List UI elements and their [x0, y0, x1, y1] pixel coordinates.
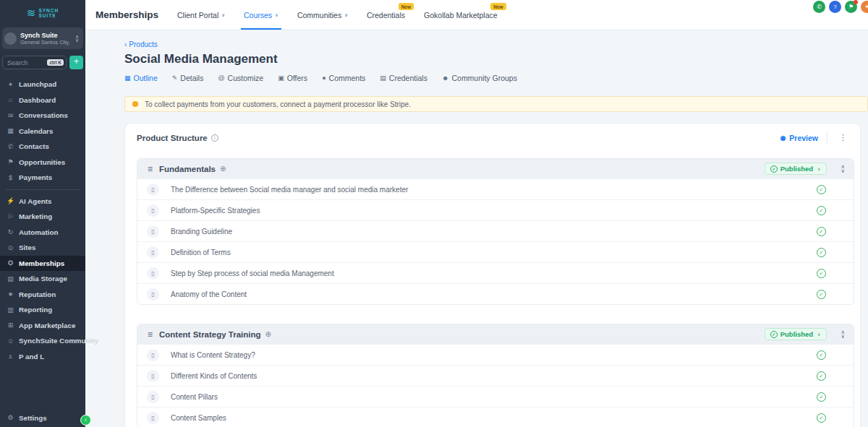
search-placeholder: Search [7, 59, 28, 66]
lesson-row[interactable]: ▯ Content Pillars ✓ [137, 386, 854, 407]
back-chevron-icon: ‹ [124, 40, 127, 48]
kebab-menu-button[interactable]: ⋮ [836, 133, 850, 142]
memberships-icon: ✪ [7, 259, 14, 267]
document-icon: ▯ [147, 370, 159, 382]
ai-agents-icon: ⚡ [7, 197, 14, 204]
card-title: Product Structure [137, 134, 208, 142]
document-icon: ▯ [147, 349, 159, 361]
document-icon: ▯ [147, 267, 159, 280]
breadcrumb[interactable]: ‹ Products [124, 40, 868, 48]
sidebar-item-dashboard[interactable]: ⌂ Dashboard [0, 92, 85, 108]
tab-outline[interactable]: ▦ Outline [124, 74, 158, 82]
sidebar-item-launchpad[interactable]: ✦ Launchpad [0, 77, 85, 92]
gear-icon: ⚙ [7, 414, 14, 421]
lesson-row[interactable]: ▯ Step by Step process of social media M… [137, 262, 854, 283]
sidebar-item-conversations[interactable]: ✉ Conversations [0, 108, 85, 124]
published-check-icon: ✓ [817, 392, 826, 402]
sidebar-item-p-and-l[interactable]: ± P and L [0, 349, 85, 365]
sidebar-nav-primary: ✦ Launchpad ⌂ Dashboard ✉ Conversations … [0, 77, 85, 186]
lesson-row[interactable]: ▯ The Difference between Social media ma… [137, 178, 854, 199]
add-circle-icon[interactable]: ⊕ [220, 165, 226, 173]
membership-tabs: Client Portal ∨ Courses ∨ Communities ∨ … [177, 0, 498, 30]
published-check-icon: ✓ [817, 413, 826, 423]
published-check-icon: ✓ [817, 371, 826, 381]
sidebar-collapse-button[interactable]: ‹ [80, 415, 91, 426]
lesson-row[interactable]: ▯ Branding Guideline ✓ [137, 220, 854, 241]
document-icon: ▯ [147, 225, 159, 238]
chevron-down-icon: ∨ [221, 12, 225, 18]
preview-button[interactable]: ◉ Preview [780, 134, 818, 142]
marketing-icon: ⚐ [7, 213, 14, 220]
product-title: Social Media Management [124, 52, 868, 66]
credentials-icon: ▤ [380, 74, 386, 82]
tab-client-portal[interactable]: Client Portal ∨ [177, 0, 225, 30]
sidebar-item-ai-agents[interactable]: ⚡ AI Agents [0, 194, 85, 210]
section-title: Content Strategy Training [159, 330, 261, 339]
drag-handle-icon[interactable]: ≡ [148, 164, 153, 174]
collapse-section-control[interactable]: ∧ ∨ [841, 165, 846, 173]
tab-courses[interactable]: Courses ∨ [244, 0, 278, 30]
quick-add-button[interactable]: + [69, 56, 83, 69]
sidebar-item-memberships[interactable]: ✪ Memberships [0, 256, 85, 272]
sidebar-item-automation[interactable]: ↻ Automation [0, 225, 85, 241]
warning-dot-icon [132, 101, 138, 107]
sidebar-item-opportunities[interactable]: ⚑ Opportunities [0, 155, 85, 171]
tab-gokollab-marketplace[interactable]: Gokollab Marketplace New [424, 0, 498, 30]
new-badge: New [490, 3, 506, 10]
media-storage-icon: ▤ [7, 275, 14, 282]
phone-button[interactable]: ✆ [813, 1, 825, 13]
tab-credentials-product[interactable]: ▤ Credentials [380, 74, 427, 82]
sidebar-item-contacts[interactable]: ✆ Contacts [0, 139, 85, 155]
sidebar-item-sites[interactable]: ⊙ Sites [0, 240, 85, 256]
search-input[interactable]: Search ctrl K [2, 56, 67, 69]
content-area: ‹ Products Social Media Management ▦ Out… [85, 30, 868, 427]
tab-community-groups[interactable]: ☻ Community Groups [442, 74, 517, 82]
sidebar-item-calendars[interactable]: ▦ Calendars [0, 124, 85, 139]
sidebar-item-app-marketplace[interactable]: ⊞ App Marketplace [0, 318, 85, 334]
sidebar-item-reputation[interactable]: ★ Reputation [0, 287, 85, 303]
announcements-button[interactable]: ⚑ [845, 1, 857, 13]
vertical-divider [827, 132, 827, 143]
course-section-fundamentals: ≡ Fundamentals ⊕ ✓ Published ∨ ∧ ∨ [137, 158, 854, 305]
drag-handle-icon[interactable]: ≡ [148, 329, 153, 340]
document-icon: ▯ [147, 412, 159, 424]
check-circle-icon: ✓ [770, 165, 778, 173]
lesson-row[interactable]: ▯ Platform-Specific Strategies ✓ [137, 199, 854, 220]
tab-comments[interactable]: ● Comments [322, 74, 365, 82]
sidebar-item-reporting[interactable]: ▥ Reporting [0, 302, 85, 318]
lesson-row[interactable]: ▯ Different Kinds of Contents ✓ [137, 365, 854, 386]
published-status-dropdown[interactable]: ✓ Published ∨ [765, 163, 827, 175]
profile-button[interactable]: ✦ [861, 1, 868, 13]
account-switcher[interactable]: Synch Suite General Santos City, ... ∧∨ [2, 27, 83, 49]
add-circle-icon[interactable]: ⊕ [265, 330, 271, 338]
tab-details[interactable]: ✎ Details [172, 74, 204, 82]
lesson-row[interactable]: ▯ What is Content Strategy? ✓ [137, 344, 854, 365]
sidebar-item-media-storage[interactable]: ▤ Media Storage [0, 271, 85, 287]
phone-icon: ✆ [817, 4, 822, 10]
sidebar: ≋ SYNCH SUITE Synch Suite General Santos… [0, 0, 85, 427]
sidebar-item-synchsuite-community[interactable]: ☺ SynchSuite Community [0, 333, 85, 349]
tab-offers[interactable]: ▣ Offers [278, 74, 307, 82]
collapse-section-control[interactable]: ∧ ∨ [841, 330, 846, 338]
lesson-row[interactable]: ▯ Content Samples ✓ [137, 407, 854, 427]
document-icon: ▯ [147, 288, 159, 301]
eye-icon: ◉ [780, 134, 786, 142]
lesson-row[interactable]: ▯ Definition of Terms ✓ [137, 241, 854, 262]
megaphone-icon: ⚑ [848, 4, 854, 10]
help-button[interactable]: ? [829, 1, 841, 13]
tab-customize[interactable]: @ Customize [218, 74, 263, 82]
tab-credentials[interactable]: Credentials New [367, 0, 405, 30]
lesson-row[interactable]: ▯ Anatomy of the Content ✓ [137, 283, 854, 304]
calendars-icon: ▦ [7, 127, 14, 134]
account-name: Synch Suite [20, 32, 72, 39]
sidebar-item-payments[interactable]: $ Payments [0, 170, 85, 186]
sidebar-item-settings[interactable]: ⚙ Settings [0, 410, 85, 425]
app-marketplace-icon: ⊞ [7, 322, 14, 329]
customize-icon: @ [218, 74, 224, 82]
sidebar-item-marketing[interactable]: ⚐ Marketing [0, 209, 85, 225]
launchpad-icon: ✦ [7, 81, 14, 88]
published-status-dropdown[interactable]: ✓ Published ∨ [765, 328, 827, 340]
tab-communities[interactable]: Communities ∨ [297, 0, 348, 30]
document-icon: ▯ [147, 184, 159, 196]
logo-text-line1: SYNCH [38, 8, 59, 13]
